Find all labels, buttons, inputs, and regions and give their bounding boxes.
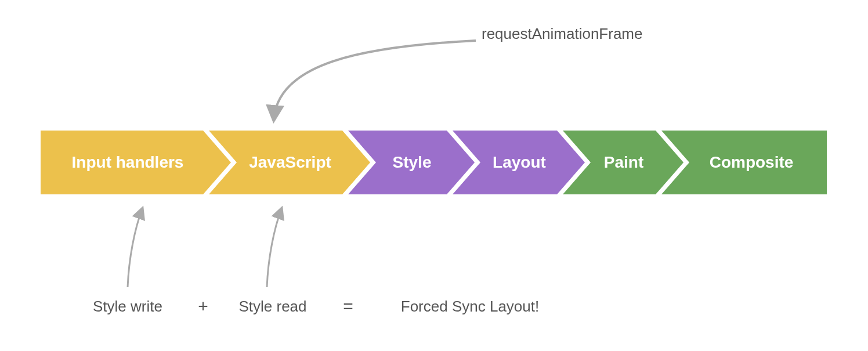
eq-right: Forced Sync Layout!: [401, 298, 539, 315]
arrow-raf: [274, 41, 476, 119]
top-annotation: requestAnimationFrame: [482, 25, 642, 42]
svg-text:Paint: Paint: [604, 153, 643, 171]
pipeline-stages: Input handlers JavaScript Style Layout P…: [41, 131, 827, 194]
eq-left: Style write: [93, 298, 162, 315]
pipeline-diagram: requestAnimationFrame Input handlers Jav…: [0, 0, 868, 351]
stage-composite: Composite: [661, 131, 827, 194]
svg-text:Input handlers: Input handlers: [72, 153, 184, 171]
eq-plus: +: [198, 296, 208, 316]
bottom-equation: Style write + Style read = Forced Sync L…: [93, 296, 539, 316]
svg-text:Composite: Composite: [710, 153, 794, 171]
arrow-style-read: [267, 209, 281, 287]
stage-input-handlers: Input handlers: [41, 131, 231, 194]
eq-equals: =: [343, 296, 353, 316]
arrow-style-write: [128, 209, 142, 287]
svg-text:Layout: Layout: [493, 153, 546, 171]
stage-javascript: JavaScript: [209, 131, 370, 194]
eq-middle: Style read: [238, 298, 306, 315]
svg-text:Style: Style: [393, 153, 432, 171]
svg-text:JavaScript: JavaScript: [249, 153, 331, 171]
